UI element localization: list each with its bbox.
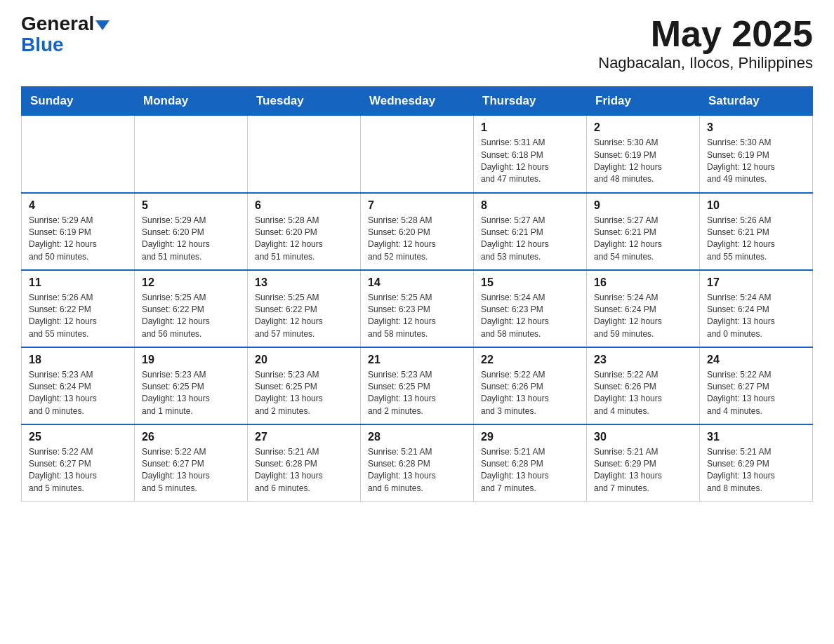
- calendar-table: SundayMondayTuesdayWednesdayThursdayFrid…: [21, 86, 813, 502]
- calendar-cell: 21Sunrise: 5:23 AM Sunset: 6:25 PM Dayli…: [361, 347, 474, 424]
- day-info: Sunrise: 5:23 AM Sunset: 6:24 PM Dayligh…: [29, 369, 127, 418]
- calendar-cell: 11Sunrise: 5:26 AM Sunset: 6:22 PM Dayli…: [22, 270, 135, 347]
- calendar-cell: 27Sunrise: 5:21 AM Sunset: 6:28 PM Dayli…: [248, 424, 361, 502]
- day-info: Sunrise: 5:21 AM Sunset: 6:28 PM Dayligh…: [368, 446, 466, 495]
- day-number: 18: [29, 354, 127, 366]
- calendar-cell: 25Sunrise: 5:22 AM Sunset: 6:27 PM Dayli…: [22, 424, 135, 502]
- month-title: May 2025: [598, 14, 813, 54]
- weekday-header-sunday: Sunday: [22, 87, 135, 116]
- calendar-cell: 1Sunrise: 5:31 AM Sunset: 6:18 PM Daylig…: [474, 116, 587, 193]
- calendar-cell: 13Sunrise: 5:25 AM Sunset: 6:22 PM Dayli…: [248, 270, 361, 347]
- day-number: 1: [481, 121, 579, 134]
- calendar-cell: 10Sunrise: 5:26 AM Sunset: 6:21 PM Dayli…: [700, 193, 813, 270]
- weekday-header-friday: Friday: [587, 87, 700, 116]
- calendar-cell: 24Sunrise: 5:22 AM Sunset: 6:27 PM Dayli…: [700, 347, 813, 424]
- calendar-cell: 22Sunrise: 5:22 AM Sunset: 6:26 PM Dayli…: [474, 347, 587, 424]
- day-number: 10: [707, 199, 805, 212]
- calendar-cell: 30Sunrise: 5:21 AM Sunset: 6:29 PM Dayli…: [587, 424, 700, 502]
- day-number: 12: [142, 276, 240, 289]
- calendar-cell: 20Sunrise: 5:23 AM Sunset: 6:25 PM Dayli…: [248, 347, 361, 424]
- day-info: Sunrise: 5:22 AM Sunset: 6:26 PM Dayligh…: [481, 369, 579, 418]
- day-number: 26: [142, 431, 240, 443]
- day-info: Sunrise: 5:29 AM Sunset: 6:20 PM Dayligh…: [142, 215, 240, 264]
- calendar-week-row: 4Sunrise: 5:29 AM Sunset: 6:19 PM Daylig…: [22, 193, 813, 270]
- calendar-cell: 31Sunrise: 5:21 AM Sunset: 6:29 PM Dayli…: [700, 424, 813, 502]
- calendar-cell: 15Sunrise: 5:24 AM Sunset: 6:23 PM Dayli…: [474, 270, 587, 347]
- calendar-week-row: 18Sunrise: 5:23 AM Sunset: 6:24 PM Dayli…: [22, 347, 813, 424]
- logo-general-text: General: [21, 14, 110, 34]
- calendar-cell: 17Sunrise: 5:24 AM Sunset: 6:24 PM Dayli…: [700, 270, 813, 347]
- day-info: Sunrise: 5:25 AM Sunset: 6:22 PM Dayligh…: [142, 292, 240, 341]
- day-number: 23: [594, 354, 692, 366]
- day-info: Sunrise: 5:24 AM Sunset: 6:24 PM Dayligh…: [707, 292, 805, 341]
- calendar-cell: 19Sunrise: 5:23 AM Sunset: 6:25 PM Dayli…: [135, 347, 248, 424]
- day-info: Sunrise: 5:22 AM Sunset: 6:27 PM Dayligh…: [707, 369, 805, 418]
- day-number: 28: [368, 431, 466, 443]
- calendar-header-row: SundayMondayTuesdayWednesdayThursdayFrid…: [22, 87, 813, 116]
- calendar-cell: 14Sunrise: 5:25 AM Sunset: 6:23 PM Dayli…: [361, 270, 474, 347]
- day-number: 21: [368, 354, 466, 366]
- calendar-cell: 8Sunrise: 5:27 AM Sunset: 6:21 PM Daylig…: [474, 193, 587, 270]
- calendar-cell: 28Sunrise: 5:21 AM Sunset: 6:28 PM Dayli…: [361, 424, 474, 502]
- day-number: 4: [29, 199, 127, 212]
- calendar-week-row: 1Sunrise: 5:31 AM Sunset: 6:18 PM Daylig…: [22, 116, 813, 193]
- calendar-cell: [248, 116, 361, 193]
- day-info: Sunrise: 5:22 AM Sunset: 6:26 PM Dayligh…: [594, 369, 692, 418]
- day-info: Sunrise: 5:22 AM Sunset: 6:27 PM Dayligh…: [142, 446, 240, 495]
- day-number: 13: [255, 276, 353, 289]
- day-info: Sunrise: 5:22 AM Sunset: 6:27 PM Dayligh…: [29, 446, 127, 495]
- day-info: Sunrise: 5:21 AM Sunset: 6:29 PM Dayligh…: [707, 446, 805, 495]
- day-number: 24: [707, 354, 805, 366]
- day-number: 19: [142, 354, 240, 366]
- day-number: 5: [142, 199, 240, 212]
- logo: General Blue: [21, 14, 110, 56]
- day-number: 22: [481, 354, 579, 366]
- day-info: Sunrise: 5:21 AM Sunset: 6:29 PM Dayligh…: [594, 446, 692, 495]
- day-info: Sunrise: 5:25 AM Sunset: 6:22 PM Dayligh…: [255, 292, 353, 341]
- day-info: Sunrise: 5:23 AM Sunset: 6:25 PM Dayligh…: [255, 369, 353, 418]
- day-info: Sunrise: 5:29 AM Sunset: 6:19 PM Dayligh…: [29, 215, 127, 264]
- calendar-cell: 5Sunrise: 5:29 AM Sunset: 6:20 PM Daylig…: [135, 193, 248, 270]
- day-number: 29: [481, 431, 579, 443]
- day-number: 7: [368, 199, 466, 212]
- day-number: 6: [255, 199, 353, 212]
- day-info: Sunrise: 5:21 AM Sunset: 6:28 PM Dayligh…: [481, 446, 579, 495]
- day-info: Sunrise: 5:23 AM Sunset: 6:25 PM Dayligh…: [142, 369, 240, 418]
- day-info: Sunrise: 5:23 AM Sunset: 6:25 PM Dayligh…: [368, 369, 466, 418]
- day-number: 20: [255, 354, 353, 366]
- day-number: 27: [255, 431, 353, 443]
- calendar-cell: 7Sunrise: 5:28 AM Sunset: 6:20 PM Daylig…: [361, 193, 474, 270]
- logo-blue-text: Blue: [21, 34, 64, 55]
- calendar-cell: 29Sunrise: 5:21 AM Sunset: 6:28 PM Dayli…: [474, 424, 587, 502]
- location-title: Nagbacalan, Ilocos, Philippines: [598, 54, 813, 72]
- weekday-header-saturday: Saturday: [700, 87, 813, 116]
- day-number: 8: [481, 199, 579, 212]
- calendar-cell: 2Sunrise: 5:30 AM Sunset: 6:19 PM Daylig…: [587, 116, 700, 193]
- calendar-cell: 12Sunrise: 5:25 AM Sunset: 6:22 PM Dayli…: [135, 270, 248, 347]
- calendar-cell: 4Sunrise: 5:29 AM Sunset: 6:19 PM Daylig…: [22, 193, 135, 270]
- calendar-cell: 26Sunrise: 5:22 AM Sunset: 6:27 PM Dayli…: [135, 424, 248, 502]
- day-info: Sunrise: 5:28 AM Sunset: 6:20 PM Dayligh…: [255, 215, 353, 264]
- day-info: Sunrise: 5:30 AM Sunset: 6:19 PM Dayligh…: [594, 137, 692, 186]
- day-info: Sunrise: 5:26 AM Sunset: 6:21 PM Dayligh…: [707, 215, 805, 264]
- calendar-week-row: 25Sunrise: 5:22 AM Sunset: 6:27 PM Dayli…: [22, 424, 813, 502]
- day-number: 16: [594, 276, 692, 289]
- weekday-header-thursday: Thursday: [474, 87, 587, 116]
- calendar-cell: 9Sunrise: 5:27 AM Sunset: 6:21 PM Daylig…: [587, 193, 700, 270]
- page-header: General Blue May 2025 Nagbacalan, Ilocos…: [21, 14, 813, 72]
- calendar-cell: 3Sunrise: 5:30 AM Sunset: 6:19 PM Daylig…: [700, 116, 813, 193]
- day-info: Sunrise: 5:30 AM Sunset: 6:19 PM Dayligh…: [707, 137, 805, 186]
- weekday-header-monday: Monday: [135, 87, 248, 116]
- weekday-header-wednesday: Wednesday: [361, 87, 474, 116]
- calendar-cell: 18Sunrise: 5:23 AM Sunset: 6:24 PM Dayli…: [22, 347, 135, 424]
- calendar-cell: [361, 116, 474, 193]
- day-info: Sunrise: 5:25 AM Sunset: 6:23 PM Dayligh…: [368, 292, 466, 341]
- day-number: 2: [594, 121, 692, 134]
- day-info: Sunrise: 5:28 AM Sunset: 6:20 PM Dayligh…: [368, 215, 466, 264]
- day-number: 31: [707, 431, 805, 443]
- weekday-header-tuesday: Tuesday: [248, 87, 361, 116]
- calendar-cell: [22, 116, 135, 193]
- day-number: 30: [594, 431, 692, 443]
- calendar-cell: 23Sunrise: 5:22 AM Sunset: 6:26 PM Dayli…: [587, 347, 700, 424]
- day-number: 17: [707, 276, 805, 289]
